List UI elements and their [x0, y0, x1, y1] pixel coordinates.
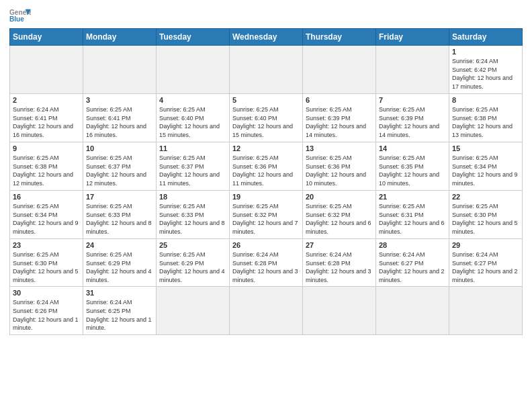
empty-cell: [449, 287, 523, 335]
day-info-23: Sunrise: 6:25 AM Sunset: 6:30 PM Dayligh…: [13, 250, 80, 284]
day-info-30: Sunrise: 6:24 AM Sunset: 6:26 PM Dayligh…: [13, 298, 80, 332]
empty-cell: [376, 287, 449, 335]
day-number-29: 29: [452, 241, 519, 249]
day-info-9: Sunrise: 6:25 AM Sunset: 6:38 PM Dayligh…: [13, 154, 80, 187]
day-cell-1: 1Sunrise: 6:24 AM Sunset: 6:42 PM Daylig…: [449, 46, 523, 94]
day-cell-4: 4Sunrise: 6:25 AM Sunset: 6:40 PM Daylig…: [157, 94, 230, 142]
day-cell-10: 10Sunrise: 6:25 AM Sunset: 6:37 PM Dayli…: [83, 142, 157, 191]
day-info-12: Sunrise: 6:25 AM Sunset: 6:36 PM Dayligh…: [232, 154, 300, 187]
day-info-26: Sunrise: 6:24 AM Sunset: 6:28 PM Dayligh…: [232, 250, 300, 284]
day-number-5: 5: [232, 96, 300, 104]
weekday-header-monday: Monday: [83, 29, 157, 46]
day-number-13: 13: [306, 144, 373, 152]
day-cell-3: 3Sunrise: 6:25 AM Sunset: 6:41 PM Daylig…: [83, 94, 157, 142]
empty-cell: [376, 46, 449, 94]
header: General Blue: [9, 7, 523, 24]
day-info-20: Sunrise: 6:25 AM Sunset: 6:32 PM Dayligh…: [306, 202, 373, 236]
day-info-6: Sunrise: 6:25 AM Sunset: 6:39 PM Dayligh…: [306, 105, 373, 139]
day-number-30: 30: [13, 289, 80, 297]
day-cell-25: 25Sunrise: 6:25 AM Sunset: 6:29 PM Dayli…: [157, 239, 230, 287]
day-info-28: Sunrise: 6:24 AM Sunset: 6:27 PM Dayligh…: [379, 250, 446, 284]
day-cell-26: 26Sunrise: 6:24 AM Sunset: 6:28 PM Dayli…: [230, 239, 303, 287]
day-cell-18: 18Sunrise: 6:25 AM Sunset: 6:33 PM Dayli…: [157, 191, 230, 239]
day-info-27: Sunrise: 6:24 AM Sunset: 6:28 PM Dayligh…: [306, 250, 373, 284]
day-info-13: Sunrise: 6:25 AM Sunset: 6:36 PM Dayligh…: [306, 154, 373, 187]
empty-cell: [303, 46, 376, 94]
day-cell-15: 15Sunrise: 6:25 AM Sunset: 6:34 PM Dayli…: [449, 142, 523, 191]
day-number-8: 8: [452, 96, 519, 104]
day-number-7: 7: [379, 96, 446, 104]
day-number-28: 28: [379, 241, 446, 249]
day-cell-7: 7Sunrise: 6:25 AM Sunset: 6:39 PM Daylig…: [376, 94, 449, 142]
day-info-16: Sunrise: 6:25 AM Sunset: 6:34 PM Dayligh…: [13, 202, 80, 236]
day-cell-21: 21Sunrise: 6:25 AM Sunset: 6:31 PM Dayli…: [376, 191, 449, 239]
day-cell-14: 14Sunrise: 6:25 AM Sunset: 6:35 PM Dayli…: [376, 142, 449, 191]
empty-cell: [230, 287, 303, 335]
day-number-25: 25: [159, 241, 226, 249]
day-number-10: 10: [86, 144, 153, 152]
day-cell-12: 12Sunrise: 6:25 AM Sunset: 6:36 PM Dayli…: [230, 142, 303, 191]
empty-cell: [157, 46, 230, 94]
day-cell-27: 27Sunrise: 6:24 AM Sunset: 6:28 PM Dayli…: [303, 239, 376, 287]
day-number-15: 15: [452, 144, 519, 152]
day-number-21: 21: [379, 193, 446, 201]
day-cell-8: 8Sunrise: 6:25 AM Sunset: 6:38 PM Daylig…: [449, 94, 523, 142]
day-number-17: 17: [86, 193, 153, 201]
day-info-29: Sunrise: 6:24 AM Sunset: 6:27 PM Dayligh…: [452, 250, 519, 284]
day-number-4: 4: [159, 96, 226, 104]
day-info-31: Sunrise: 6:24 AM Sunset: 6:25 PM Dayligh…: [86, 298, 153, 332]
day-info-10: Sunrise: 6:25 AM Sunset: 6:37 PM Dayligh…: [86, 154, 153, 187]
day-number-19: 19: [232, 193, 300, 201]
empty-cell: [10, 46, 83, 94]
calendar-row-4: 23Sunrise: 6:25 AM Sunset: 6:30 PM Dayli…: [10, 239, 523, 287]
day-cell-13: 13Sunrise: 6:25 AM Sunset: 6:36 PM Dayli…: [303, 142, 376, 191]
calendar-row-5: 30Sunrise: 6:24 AM Sunset: 6:26 PM Dayli…: [10, 287, 523, 335]
day-info-17: Sunrise: 6:25 AM Sunset: 6:33 PM Dayligh…: [86, 202, 153, 236]
day-number-26: 26: [232, 241, 300, 249]
day-cell-30: 30Sunrise: 6:24 AM Sunset: 6:26 PM Dayli…: [10, 287, 83, 335]
day-cell-20: 20Sunrise: 6:25 AM Sunset: 6:32 PM Dayli…: [303, 191, 376, 239]
day-number-12: 12: [232, 144, 300, 152]
calendar-row-2: 9Sunrise: 6:25 AM Sunset: 6:38 PM Daylig…: [10, 142, 523, 191]
svg-text:Blue: Blue: [9, 15, 24, 23]
day-info-25: Sunrise: 6:25 AM Sunset: 6:29 PM Dayligh…: [159, 250, 226, 284]
day-cell-2: 2Sunrise: 6:24 AM Sunset: 6:41 PM Daylig…: [10, 94, 83, 142]
day-number-3: 3: [86, 96, 153, 104]
day-number-9: 9: [13, 144, 80, 152]
day-info-14: Sunrise: 6:25 AM Sunset: 6:35 PM Dayligh…: [379, 154, 446, 187]
weekday-header-saturday: Saturday: [449, 29, 523, 46]
day-info-24: Sunrise: 6:25 AM Sunset: 6:29 PM Dayligh…: [86, 250, 153, 284]
day-cell-11: 11Sunrise: 6:25 AM Sunset: 6:37 PM Dayli…: [157, 142, 230, 191]
day-info-18: Sunrise: 6:25 AM Sunset: 6:33 PM Dayligh…: [159, 202, 226, 236]
day-cell-9: 9Sunrise: 6:25 AM Sunset: 6:38 PM Daylig…: [10, 142, 83, 191]
calendar-row-0: 1Sunrise: 6:24 AM Sunset: 6:42 PM Daylig…: [10, 46, 523, 94]
day-number-27: 27: [306, 241, 373, 249]
day-number-6: 6: [306, 96, 373, 104]
day-number-2: 2: [13, 96, 80, 104]
day-info-3: Sunrise: 6:25 AM Sunset: 6:41 PM Dayligh…: [86, 105, 153, 139]
day-cell-16: 16Sunrise: 6:25 AM Sunset: 6:34 PM Dayli…: [10, 191, 83, 239]
empty-cell: [83, 46, 157, 94]
calendar: SundayMondayTuesdayWednesdayThursdayFrid…: [9, 28, 523, 335]
day-cell-19: 19Sunrise: 6:25 AM Sunset: 6:32 PM Dayli…: [230, 191, 303, 239]
day-cell-28: 28Sunrise: 6:24 AM Sunset: 6:27 PM Dayli…: [376, 239, 449, 287]
day-number-23: 23: [13, 241, 80, 249]
day-cell-23: 23Sunrise: 6:25 AM Sunset: 6:30 PM Dayli…: [10, 239, 83, 287]
generalblue-logo-icon: General Blue: [9, 7, 31, 24]
calendar-header-row: SundayMondayTuesdayWednesdayThursdayFrid…: [10, 29, 523, 46]
weekday-header-tuesday: Tuesday: [157, 29, 230, 46]
day-cell-6: 6Sunrise: 6:25 AM Sunset: 6:39 PM Daylig…: [303, 94, 376, 142]
day-number-22: 22: [452, 193, 519, 201]
day-cell-5: 5Sunrise: 6:25 AM Sunset: 6:40 PM Daylig…: [230, 94, 303, 142]
day-number-18: 18: [159, 193, 226, 201]
day-info-19: Sunrise: 6:25 AM Sunset: 6:32 PM Dayligh…: [232, 202, 300, 236]
day-info-11: Sunrise: 6:25 AM Sunset: 6:37 PM Dayligh…: [159, 154, 226, 187]
day-number-1: 1: [452, 48, 519, 56]
day-info-22: Sunrise: 6:25 AM Sunset: 6:30 PM Dayligh…: [452, 202, 519, 236]
day-number-20: 20: [306, 193, 373, 201]
day-info-8: Sunrise: 6:25 AM Sunset: 6:38 PM Dayligh…: [452, 105, 519, 139]
day-number-31: 31: [86, 289, 153, 297]
weekday-header-thursday: Thursday: [303, 29, 376, 46]
day-number-11: 11: [159, 144, 226, 152]
day-info-4: Sunrise: 6:25 AM Sunset: 6:40 PM Dayligh…: [159, 105, 226, 139]
